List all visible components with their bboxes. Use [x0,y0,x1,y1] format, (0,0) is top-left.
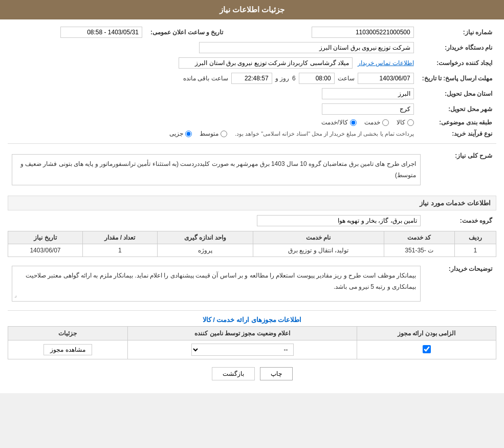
col-row: ردیف [454,231,496,244]
permit-details-cell: مشاهده مجوز [8,340,128,359]
need-description-label: شرح کلی نیاز: [425,148,496,191]
need-number-input[interactable] [312,27,414,38]
category-kala-label[interactable]: کالا [397,119,414,126]
cell-row: 1 [454,244,496,257]
category-both-label[interactable]: کالا/خدمت [321,119,356,126]
service-group-row: گروه خدمت: [8,213,496,228]
deadline-row: مهلت ارسال پاسخ: تا تاریخ: ساعت 6 روز و … [8,71,496,86]
buyer-notes-box: بیمانکار موظف است طرح و ریز مقادیر پیوست… [12,266,421,302]
service-group-value [8,213,425,228]
col-date: تاریخ نیاز [8,231,83,244]
services-table-body: 1 ت -35-351 تولید، انتقال و توزیع برق پر… [8,244,496,257]
category-label: طبقه بندی موضوعی: [418,117,496,128]
service-group-input[interactable] [257,215,421,226]
buyer-notes-content: بیمانکار موظف است طرح و ریز مقادیر پیوست… [26,272,416,290]
purchase-type-label: نوع فرآیند خرید: [418,128,496,139]
category-both-radio[interactable] [350,119,357,126]
permit-required-cell [357,340,496,359]
main-content: شماره نیاز: تاریخ و ساعت اعلان عمومی: نا… [0,19,504,393]
view-permit-button[interactable]: مشاهده مجوز [43,344,92,355]
city-label: شهر محل تحویل: [418,101,496,117]
requester-value: اطلاعات تماس خریدار [8,55,418,71]
requester-label: ایجاد کننده درخواست: [418,55,496,71]
cell-date: 1403/06/07 [8,244,83,257]
divider-2 [8,310,496,311]
announcement-input[interactable] [60,27,142,38]
col-qty: تعداد / مقدار [82,231,157,244]
page-wrapper: جزئیات اطلاعات نیاز شماره نیاز: تاریخ و … [0,0,504,393]
cell-code: ت -35-351 [384,244,454,257]
city-value [8,101,418,117]
need-description-content: اجرای طرح های تامین برق متعاضبان گروه 10… [20,160,416,179]
remaining-time-input[interactable] [231,73,272,84]
back-button[interactable]: بازگشت [212,367,255,380]
remaining-days-value: 6 [292,75,296,82]
cell-qty: 1 [82,244,157,257]
permit-status-cell: -- [127,340,357,359]
table-row: 1 ت -35-351 تولید، انتقال و توزیع برق پر… [8,244,496,257]
province-row: استان محل تحویل: [8,86,496,101]
service-group-label: گروه خدمت: [425,213,496,228]
cell-unit: پروژه [157,244,253,257]
purchase-type-value: پرداخت تمام یا بخشی از مبلغ خریدار از مح… [8,128,418,139]
services-table: ردیف کد خدمت نام خدمت واحد اندازه گیری ت… [8,231,496,257]
category-value: کالا خدمت کالا/خدمت [8,117,418,128]
services-table-header-row: ردیف کد خدمت نام خدمت واحد اندازه گیری ت… [8,231,496,244]
button-row: چاپ بازگشت [8,367,496,380]
info-table: شماره نیاز: تاریخ و ساعت اعلان عمومی: نا… [8,25,496,139]
page-header: جزئیات اطلاعات نیاز [0,0,504,19]
purchase-note-text: پرداخت تمام یا بخشی از مبلغ خریدار از مح… [235,131,414,137]
category-khadamat-label[interactable]: خدمت [364,119,389,126]
buyer-notes-row: توضیحات خریدار: بیمانکار موظف است طرح و … [8,261,496,306]
requester-row: ایجاد کننده درخواست: اطلاعات تماس خریدار [8,55,496,71]
province-label: استان محل تحویل: [418,86,496,101]
permit-header-row: الزامی بودن ارائه مجوز اعلام وضعیت مجوز … [8,327,496,340]
remaining-days-label: روز و [275,75,289,82]
need-description-row: شرح کلی نیاز: اجرای طرح های تامین برق مت… [8,148,496,191]
permit-table-head: الزامی بودن ارائه مجوز اعلام وضعیت مجوز … [8,327,496,340]
buyer-org-label: نام دستگاه خریدار: [418,40,496,55]
buyer-org-row: نام دستگاه خریدار: [8,40,496,55]
category-kala-radio[interactable] [407,119,414,126]
service-section-header: اطلاعات خدمات مورد نیاز [8,196,496,210]
purchase-partial-text: جزیی [169,130,183,137]
service-group-table: گروه خدمت: [8,213,496,228]
need-description-box: اجرای طرح های تامین برق متعاضبان گروه 10… [12,154,421,185]
need-description-table: شرح کلی نیاز: اجرای طرح های تامین برق مت… [8,148,496,191]
deadline-time-input[interactable] [299,73,335,84]
print-button[interactable]: چاپ [260,367,293,380]
announcement-label: تاریخ و ساعت اعلان عمومی: [146,25,227,40]
category-khadamat-radio[interactable] [382,119,389,126]
buyer-notes-label: توضیحات خریدار: [425,261,496,306]
purchase-radio-group: پرداخت تمام یا بخشی از مبلغ خریدار از مح… [12,130,414,137]
category-both-text: کالا/خدمت [321,119,347,126]
purchase-partial-label[interactable]: جزیی [169,130,192,137]
purchase-medium-label[interactable]: متوسط [200,130,227,137]
city-input[interactable] [322,103,414,115]
cell-name: تولید، انتقال و توزیع برق [253,244,384,257]
category-kala-text: کالا [397,119,405,126]
province-value [8,86,418,101]
permit-required-checkbox[interactable] [423,345,431,353]
col-name: نام خدمت [253,231,384,244]
buyer-org-input[interactable] [199,42,414,53]
time-label: ساعت [338,75,355,82]
need-number-label: شماره نیاز: [418,25,496,40]
city-row: شهر محل تحویل: [8,101,496,117]
permit-table: الزامی بودن ارائه مجوز اعلام وضعیت مجوز … [8,326,496,359]
permit-col-status: اعلام وضعیت مجوز توسط نامین کننده [127,327,357,340]
requester-input[interactable] [179,57,353,69]
need-description-value: اجرای طرح های تامین برق متعاضبان گروه 10… [8,148,425,191]
category-radio-group: کالا خدمت کالا/خدمت [12,119,414,126]
deadline-date-input[interactable] [358,73,414,84]
buyer-notes-table: توضیحات خریدار: بیمانکار موظف است طرح و … [8,261,496,306]
deadline-label: مهلت ارسال پاسخ: تا تاریخ: [418,71,496,86]
permit-table-body: -- مشاهده مجوز [8,340,496,359]
purchase-partial-radio[interactable] [185,131,192,137]
col-code: کد خدمت [384,231,454,244]
category-row: طبقه بندی موضوعی: کالا خدمت کالا/خدمت [8,117,496,128]
requester-link[interactable]: اطلاعات تماس خریدار [358,59,414,67]
province-input[interactable] [322,88,414,99]
purchase-medium-radio[interactable] [221,131,227,137]
permit-status-select[interactable]: -- [191,344,294,356]
